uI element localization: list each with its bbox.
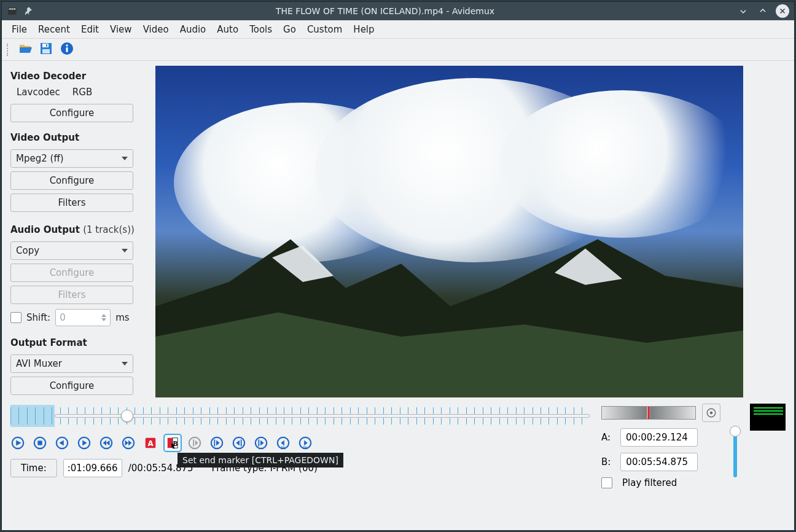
audio-settings-button[interactable]	[702, 404, 720, 422]
next-frame-button[interactable]	[77, 436, 92, 450]
video-output-select[interactable]: Mpeg2 (ff)	[10, 149, 133, 168]
video-output-configure-button[interactable]: Configure	[10, 171, 133, 190]
next-black-frame-button[interactable]: bb	[298, 436, 313, 450]
svg-rect-28	[241, 440, 242, 447]
menu-help[interactable]: Help	[353, 24, 374, 35]
save-icon[interactable]	[39, 41, 53, 58]
timeline-selection	[10, 405, 55, 427]
maximize-button[interactable]	[756, 4, 770, 18]
menu-auto[interactable]: Auto	[217, 24, 238, 35]
marker-a-label: A:	[601, 432, 611, 443]
shift-value: 0	[60, 312, 66, 323]
audio-output-title: Audio Output (1 track(s))	[10, 224, 146, 235]
svg-rect-26	[214, 440, 215, 447]
timeline-thumb[interactable]	[121, 410, 133, 422]
volume-slider[interactable]	[733, 428, 737, 477]
prev-black-frame-button[interactable]: bb	[276, 436, 291, 450]
audio-output-filters-button[interactable]: Filters	[10, 286, 133, 304]
menu-edit[interactable]: Edit	[81, 24, 99, 35]
decoder-codec: Lavcodec	[17, 87, 60, 98]
menu-recent[interactable]: Recent	[38, 24, 70, 35]
goto-marker-b-button[interactable]	[254, 436, 268, 450]
current-time-input[interactable]: :01:09.666	[63, 459, 122, 477]
svg-rect-6	[42, 49, 50, 53]
right-panel: A: 00:00:29.124 B: 00:05:54.875 Play fil…	[601, 404, 786, 488]
chevron-down-icon	[122, 157, 128, 160]
svg-point-36	[710, 412, 713, 415]
play-filtered-checkbox[interactable]	[601, 477, 612, 488]
svg-rect-13	[37, 440, 42, 445]
pin-icon[interactable]	[23, 6, 34, 17]
set-start-marker-button[interactable]: A	[143, 436, 158, 450]
close-button[interactable]	[776, 4, 789, 18]
svg-rect-3	[14, 9, 15, 10]
shift-label: Shift:	[26, 312, 50, 323]
video-preview	[155, 66, 743, 397]
audio-scope	[750, 404, 786, 431]
window-title: THE FLOW OF TIME (ON ICELAND).mp4 - Avid…	[34, 6, 736, 16]
stop-button[interactable]	[33, 436, 47, 450]
audio-track-count: (1 track(s))	[83, 224, 135, 235]
svg-point-9	[66, 44, 68, 46]
prev-keyframe-button[interactable]	[99, 436, 114, 450]
chevron-down-icon	[122, 249, 128, 252]
next-keyframe-button[interactable]	[121, 436, 136, 450]
svg-rect-10	[66, 47, 68, 52]
play-button[interactable]	[10, 436, 25, 450]
video-output-value: Mpeg2 (ff)	[16, 153, 64, 164]
playback-controls: A B bb bb Set end marker [CTRL+PAGEDOWN]	[10, 436, 590, 450]
video-decoder-title: Video Decoder	[10, 71, 146, 82]
left-sidebar: Video Decoder Lavcodec RGB Configure Vid…	[10, 66, 146, 397]
svg-rect-5	[42, 44, 49, 47]
svg-point-23	[189, 437, 200, 448]
goto-marker-b-back-button[interactable]	[232, 436, 246, 450]
decoder-configure-button[interactable]: Configure	[10, 104, 133, 122]
video-output-filters-button[interactable]: Filters	[10, 194, 133, 212]
shift-checkbox[interactable]	[10, 312, 21, 323]
output-format-configure-button[interactable]: Configure	[10, 377, 133, 395]
output-format-title: Output Format	[10, 337, 146, 348]
vu-meter	[601, 406, 696, 420]
svg-text:A: A	[147, 439, 154, 448]
audio-output-select[interactable]: Copy	[10, 241, 133, 260]
audio-output-value: Copy	[16, 245, 39, 256]
title-bar: THE FLOW OF TIME (ON ICELAND).mp4 - Avid…	[2, 2, 794, 20]
play-filtered-label: Play filtered	[622, 477, 677, 488]
menu-view[interactable]: View	[110, 24, 132, 35]
minimize-button[interactable]	[736, 4, 750, 18]
marker-b-input[interactable]: 00:05:54.875	[620, 453, 698, 471]
goto-marker-a-button[interactable]	[209, 436, 224, 450]
audio-output-configure-button[interactable]: Configure	[10, 264, 133, 282]
svg-rect-30	[258, 440, 259, 447]
svg-text:bb: bb	[303, 445, 308, 449]
volume-thumb[interactable]	[730, 426, 741, 437]
decoder-colorspace: RGB	[72, 87, 92, 98]
menu-file[interactable]: File	[12, 24, 27, 35]
app-icon	[7, 6, 18, 17]
svg-rect-2	[12, 9, 14, 10]
toolbar-handle[interactable]	[7, 44, 9, 56]
svg-text:bb: bb	[281, 445, 286, 449]
menu-audio[interactable]: Audio	[180, 24, 206, 35]
main-toolbar	[2, 39, 794, 61]
menu-custom[interactable]: Custom	[307, 24, 342, 35]
timeline-slider[interactable]: /*placeholder*/	[10, 404, 590, 428]
shift-spinbox[interactable]: 0	[55, 309, 111, 326]
delete-selection-button[interactable]	[187, 436, 202, 450]
marker-a-input[interactable]: 00:00:29.124	[620, 428, 698, 447]
svg-rect-7	[46, 44, 47, 47]
menu-go[interactable]: Go	[283, 24, 296, 35]
output-format-select[interactable]: AVI Muxer	[10, 354, 133, 373]
marker-b-label: B:	[601, 456, 611, 467]
spin-arrows-icon	[101, 314, 106, 321]
svg-rect-24	[193, 440, 194, 447]
menu-video[interactable]: Video	[143, 24, 169, 35]
menu-bar: File Recent Edit View Video Audio Auto T…	[2, 20, 794, 39]
open-file-icon[interactable]	[18, 41, 33, 58]
set-end-marker-button[interactable]: B	[165, 436, 180, 450]
menu-tools[interactable]: Tools	[249, 24, 272, 35]
prev-frame-button[interactable]	[55, 436, 69, 450]
info-icon[interactable]	[60, 41, 74, 58]
time-button[interactable]: Time:	[10, 459, 57, 477]
svg-rect-1	[9, 9, 11, 10]
